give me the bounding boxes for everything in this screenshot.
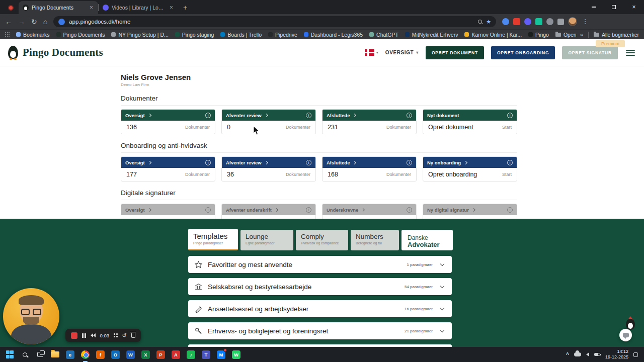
whatsapp-icon[interactable]: W xyxy=(229,348,243,361)
chevron-down-icon[interactable] xyxy=(440,284,444,288)
brand-logo[interactable]: Pingo Documents xyxy=(8,46,103,59)
card-nyt-dokument[interactable]: Nyt dokumenti Opret dokumentStart xyxy=(423,109,517,134)
forward-icon[interactable]: → xyxy=(18,18,25,25)
browser-menu-icon[interactable]: ⋮ xyxy=(581,18,589,25)
window-close-button[interactable]: × xyxy=(624,0,644,14)
tab-numbers[interactable]: Numbers Beregnere og tal xyxy=(351,230,399,250)
webcam-overlay[interactable] xyxy=(3,288,59,344)
address-bar[interactable]: app.pingodocs.dk/home ★ xyxy=(53,16,496,27)
chrome-icon[interactable] xyxy=(78,348,92,361)
card-onboarding-afsluttede[interactable]: Afsluttedei 168Dokumenter xyxy=(322,156,417,182)
search-icon[interactable] xyxy=(478,20,482,24)
window-maximize-button[interactable] xyxy=(604,0,624,14)
card-ny-onboarding[interactable]: Ny onboardingi Opret onboardingStart xyxy=(423,156,517,182)
card-dokumenter-oversigt[interactable]: Oversigti 136Dokumenter xyxy=(121,109,215,134)
restart-recording-icon[interactable]: ↺ xyxy=(122,333,127,338)
stop-recording-button[interactable] xyxy=(71,332,77,339)
opret-onboarding-button[interactable]: OPRET ONBOARDING xyxy=(491,46,555,59)
edge-icon[interactable]: e xyxy=(63,348,77,361)
start-button[interactable] xyxy=(3,348,17,361)
info-icon[interactable]: i xyxy=(407,160,412,165)
tab-lounge[interactable]: Lounge Egne paradigmaer xyxy=(240,230,293,250)
info-icon[interactable]: i xyxy=(306,113,311,118)
tray-chevron-icon[interactable]: ^ xyxy=(566,352,569,357)
apps-grid-icon[interactable] xyxy=(5,32,10,37)
rewind-icon[interactable] xyxy=(91,333,96,337)
category-row-erhvervslejeret[interactable]: Erhvervs- og boliglejeret og foreningsre… xyxy=(188,322,452,339)
info-icon[interactable]: i xyxy=(205,207,211,213)
url-text[interactable]: app.pingodocs.dk/home xyxy=(69,19,474,25)
nav-oversigt[interactable]: OVERSIGT ▾ xyxy=(385,50,419,55)
chevron-down-icon[interactable] xyxy=(440,306,444,310)
taskbar-clock[interactable]: 14:12 19-12-2025 xyxy=(605,349,628,360)
category-row-ansaettelsesret[interactable]: Ansættelsesret og arbejdsydelser 16 para… xyxy=(188,300,452,317)
outlook-icon[interactable]: O xyxy=(109,348,122,361)
back-icon[interactable]: ← xyxy=(5,18,12,25)
bookmark-item[interactable]: ChatGPT xyxy=(369,32,398,38)
new-tab-button[interactable]: + xyxy=(183,4,187,12)
messenger-icon[interactable]: M xyxy=(214,348,228,361)
bookmark-item[interactable]: Bookmarks xyxy=(16,32,50,38)
grammarly-extension-icon[interactable] xyxy=(535,18,542,25)
extensions-puzzle-icon[interactable] xyxy=(557,19,564,25)
battery-icon[interactable] xyxy=(594,353,600,356)
info-icon[interactable]: i xyxy=(306,207,311,213)
password-manager-extension-icon[interactable] xyxy=(502,18,509,25)
menu-icon[interactable] xyxy=(625,49,636,57)
bookmark-item[interactable]: Boards | Trello xyxy=(220,32,262,38)
card-dokumenter-afventer-review[interactable]: Afventer reviewi 0Dokumenter xyxy=(221,109,316,134)
info-icon[interactable]: i xyxy=(205,113,211,118)
tab-templates[interactable]: Templates Pingo paradigmaer xyxy=(188,229,238,250)
adobe-acrobat-extension-icon[interactable] xyxy=(513,18,520,25)
tab-close-icon[interactable]: × xyxy=(169,4,174,11)
cast-extension-icon[interactable] xyxy=(546,18,553,25)
bookmark-star-icon[interactable]: ★ xyxy=(486,19,491,25)
bookmarks-overflow-icon[interactable]: » xyxy=(580,32,583,38)
bookmark-item[interactable]: MitNykredit Erhverv xyxy=(405,32,458,38)
home-icon[interactable]: ⌂ xyxy=(43,18,47,25)
opret-signatur-button[interactable]: OPRET SIGNATUR xyxy=(562,46,618,59)
all-bookmarks[interactable]: Alle bogmærker xyxy=(594,32,639,38)
card-onboarding-oversigt[interactable]: Oversigti 177Dokumenter xyxy=(121,156,215,182)
reload-icon[interactable]: ↻ xyxy=(31,18,37,25)
taskbar-search-icon[interactable] xyxy=(18,348,32,361)
browser-tab-pingo[interactable]: Pingo Documents × xyxy=(19,1,98,14)
bookmark-item[interactable]: Pingo xyxy=(528,32,549,38)
bookmark-item[interactable]: Pingo staging xyxy=(175,32,214,38)
window-minimize-button[interactable] xyxy=(584,0,604,14)
file-explorer-icon[interactable] xyxy=(48,348,62,361)
tab-close-icon[interactable]: × xyxy=(89,4,94,11)
info-icon[interactable]: i xyxy=(507,160,513,165)
spotify-icon[interactable]: ♪ xyxy=(184,348,198,361)
pause-icon[interactable] xyxy=(82,333,86,338)
chevron-down-icon[interactable] xyxy=(440,261,444,265)
info-icon[interactable]: i xyxy=(205,160,211,165)
card-dokumenter-afsluttede[interactable]: Afsluttedei 231Dokumenter xyxy=(322,109,417,134)
volume-icon[interactable] xyxy=(586,352,589,356)
info-icon[interactable]: i xyxy=(407,207,412,213)
tab-comply[interactable]: Comply Hvidvask og compliance xyxy=(296,230,348,250)
notification-center-icon[interactable] xyxy=(633,352,638,357)
task-view-icon[interactable] xyxy=(33,348,47,361)
info-icon[interactable]: i xyxy=(507,207,513,213)
bookmark-item[interactable]: Karnov Online | Kar... xyxy=(464,32,522,38)
bookmark-item[interactable]: NY Pingo Setup | D... xyxy=(111,32,168,38)
firefox-icon[interactable]: f xyxy=(94,348,107,361)
opret-dokument-button[interactable]: OPRET DOKUMENT xyxy=(426,46,484,59)
excel-icon[interactable]: X xyxy=(139,348,152,361)
word-icon[interactable]: W xyxy=(124,348,137,361)
teams-icon[interactable]: T xyxy=(199,348,213,361)
chevron-down-icon[interactable] xyxy=(440,328,444,332)
bookmark-item[interactable]: Dashboard - Legis365 xyxy=(304,32,363,38)
chat-widget-button[interactable] xyxy=(619,329,632,341)
tools-grid-icon[interactable] xyxy=(114,333,118,337)
bookmark-item[interactable]: Pipedrive xyxy=(268,32,297,38)
category-row-selskabsret[interactable]: Selskabsret og bestyrelsesarbejde 54 par… xyxy=(188,278,452,295)
danske-advokater-logo[interactable]: Danske Advokater xyxy=(401,230,453,250)
delete-recording-icon[interactable] xyxy=(131,333,135,338)
info-icon[interactable]: i xyxy=(507,113,513,118)
info-icon[interactable]: i xyxy=(407,113,412,118)
profile-avatar[interactable] xyxy=(568,17,577,26)
acrobat-icon[interactable]: A xyxy=(169,348,183,361)
onedrive-icon[interactable] xyxy=(574,352,581,356)
